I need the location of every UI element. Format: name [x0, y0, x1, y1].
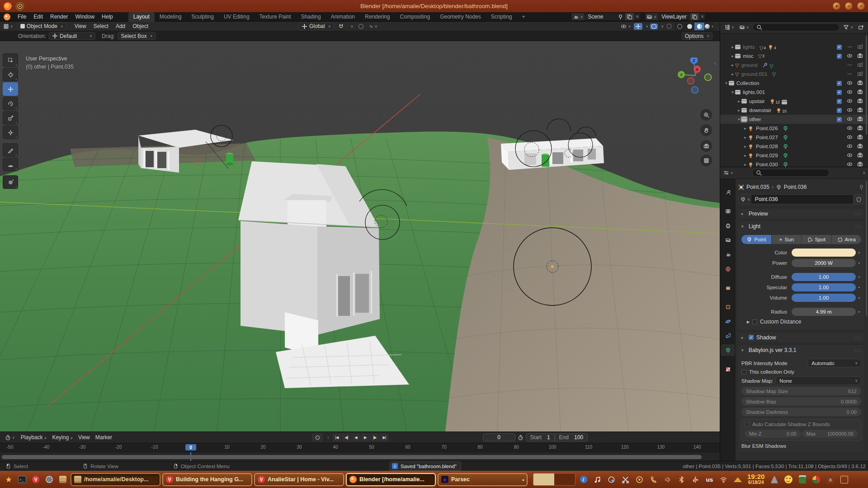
- measure-tool[interactable]: [3, 158, 18, 171]
- outliner-row-upstair[interactable]: ▸upstair12✓: [720, 97, 868, 106]
- xray-toggle-button[interactable]: [665, 23, 673, 29]
- exclude-checkbox[interactable]: ✓: [837, 108, 842, 113]
- rotate-tool[interactable]: [3, 97, 18, 110]
- tray-volume[interactable]: [661, 474, 674, 485]
- shadow-map-dropdown[interactable]: None∨: [776, 376, 861, 385]
- fake-user-button[interactable]: [854, 194, 864, 204]
- breadcrumb-data[interactable]: Point.036: [784, 184, 807, 190]
- hide-eye-toggle[interactable]: [847, 53, 853, 60]
- outliner-row-lights-001[interactable]: ▾lights.001✓: [720, 88, 868, 97]
- outliner-row-point-029[interactable]: ▸Point.029: [720, 151, 868, 160]
- expand-arrow[interactable]: ▾: [736, 117, 741, 122]
- timeline-ruler[interactable]: -50-40-30-20-101020304050607080901001101…: [0, 443, 720, 452]
- menu-render[interactable]: Render: [47, 13, 71, 21]
- volume-slider[interactable]: 1.00: [792, 294, 856, 302]
- add-cube-tool[interactable]: [3, 175, 18, 189]
- outliner-row-point-028[interactable]: ▸Point.028: [720, 142, 868, 151]
- exclude-checkbox[interactable]: ✓: [837, 81, 842, 86]
- tab-sculpting[interactable]: Sculpting: [187, 12, 219, 22]
- launcher-favorites[interactable]: ★: [3, 474, 14, 485]
- tray-recorder[interactable]: [605, 474, 618, 485]
- frame-start-field[interactable]: Start1: [526, 433, 555, 441]
- render-toggle[interactable]: [857, 80, 863, 87]
- light-type-area[interactable]: Area: [832, 235, 862, 244]
- tray-smiley[interactable]: [782, 474, 794, 485]
- expand-arrow[interactable]: ▾: [724, 81, 729, 85]
- viewlayer-name[interactable]: ViewLayer: [658, 14, 690, 20]
- expand-arrow[interactable]: ▸: [730, 63, 735, 67]
- outliner-row-ground-001[interactable]: ▸▽ground.001▽: [720, 70, 868, 79]
- properties-tab-view-layer[interactable]: [721, 234, 735, 246]
- minimize-button[interactable]: ▾: [832, 2, 841, 10]
- sidebar-collapse-arrow[interactable]: ‹: [714, 61, 716, 66]
- prev-keyframe-button[interactable]: ◀|: [342, 433, 351, 441]
- show-overlays-button[interactable]: [650, 23, 658, 29]
- launcher-vivaldi-browser[interactable]: V: [30, 474, 42, 485]
- maximize-button[interactable]: ▪: [844, 2, 853, 10]
- render-toggle[interactable]: [857, 134, 863, 141]
- render-toggle[interactable]: [857, 53, 863, 60]
- tray-usb[interactable]: [689, 474, 702, 485]
- properties-tab-collection[interactable]: [721, 282, 735, 294]
- viewlayer-selector[interactable]: ∨ ViewLayer ×: [645, 13, 706, 21]
- properties-editor-type-button[interactable]: ∨: [722, 169, 735, 176]
- tray-kbd-us[interactable]: us: [703, 474, 716, 485]
- editor-type-button[interactable]: ∨: [2, 23, 14, 30]
- hide-eye-toggle[interactable]: [847, 44, 853, 51]
- expand-arrow[interactable]: ▸: [743, 135, 748, 140]
- current-frame-field[interactable]: 0: [483, 433, 515, 441]
- tray-music[interactable]: [591, 474, 604, 485]
- annotate-tool[interactable]: [3, 143, 18, 157]
- outliner-filter-button[interactable]: ∨: [842, 24, 854, 31]
- light-panel-header[interactable]: ▾Light::::: [738, 221, 865, 231]
- hide-eye-toggle[interactable]: [847, 62, 853, 69]
- taskbar-window-blender-home-amalie[interactable]: Blender [/home/amalie...: [346, 473, 436, 486]
- light-type-spot[interactable]: Spot: [802, 235, 831, 244]
- tab-compositing[interactable]: Compositing: [395, 12, 435, 22]
- taskbar-window-analiestar-home-viv[interactable]: VAnalieStar | Home - Viv...: [254, 473, 344, 486]
- hide-eye-toggle[interactable]: [847, 116, 853, 123]
- menu-file[interactable]: File: [14, 13, 30, 21]
- blender-logo-icon[interactable]: [4, 14, 10, 20]
- hide-eye-toggle[interactable]: [847, 152, 853, 159]
- current-frame-badge[interactable]: 0: [185, 444, 196, 450]
- jump-end-button[interactable]: ▶|: [380, 433, 389, 441]
- render-toggle[interactable]: [857, 71, 863, 78]
- camera-view-button[interactable]: [700, 140, 712, 152]
- exclude-checkbox[interactable]: ✓: [837, 54, 842, 59]
- properties-tab-object[interactable]: [721, 301, 735, 313]
- hide-eye-toggle[interactable]: [847, 71, 853, 78]
- pin-id-icon[interactable]: [859, 184, 864, 190]
- hide-eye-toggle[interactable]: [847, 107, 853, 114]
- outliner-row-other[interactable]: ▾other✓: [720, 115, 868, 124]
- tray-bluetooth[interactable]: [675, 474, 688, 485]
- outliner-row-point-027[interactable]: ▸Point.027: [720, 133, 868, 142]
- copy-viewlayer-icon[interactable]: [690, 13, 699, 20]
- tray-info[interactable]: i: [577, 474, 590, 485]
- scene-selector[interactable]: ∨ Scene ×: [571, 13, 641, 21]
- custom-distance-checkbox[interactable]: [752, 319, 757, 324]
- timeline-menu-keying[interactable]: Keying∨: [49, 433, 75, 441]
- shading-material-button[interactable]: [694, 23, 704, 30]
- play-button[interactable]: ▶: [361, 433, 370, 441]
- jump-start-button[interactable]: |◀: [332, 433, 341, 441]
- timeline-menu-playback[interactable]: Playback∨: [18, 433, 50, 441]
- viewport-menu-object[interactable]: Object: [129, 22, 152, 30]
- outliner-editor-type-button[interactable]: ∨: [723, 24, 736, 31]
- tab-rendering[interactable]: Rendering: [360, 12, 395, 22]
- zoom-button[interactable]: [700, 109, 712, 121]
- outliner-row-point-026[interactable]: ▸Point.026: [720, 124, 868, 133]
- pin-scene-icon[interactable]: [616, 14, 625, 20]
- tray-wizard[interactable]: [768, 474, 780, 485]
- expand-arrow[interactable]: ▸: [743, 126, 748, 131]
- pan-button[interactable]: [700, 124, 712, 136]
- render-toggle[interactable]: [857, 143, 863, 150]
- outliner-display-mode-button[interactable]: ∨: [738, 24, 750, 31]
- hide-eye-toggle[interactable]: [847, 143, 853, 150]
- this-collection-only-checkbox[interactable]: [741, 370, 746, 375]
- shading-wireframe-button[interactable]: [675, 23, 684, 30]
- power-field[interactable]: 2000 W: [792, 259, 856, 267]
- render-toggle[interactable]: [857, 152, 863, 159]
- custom-distance-subpanel[interactable]: ▸Custom Distance: [741, 317, 862, 326]
- tray-parrot[interactable]: [810, 474, 822, 485]
